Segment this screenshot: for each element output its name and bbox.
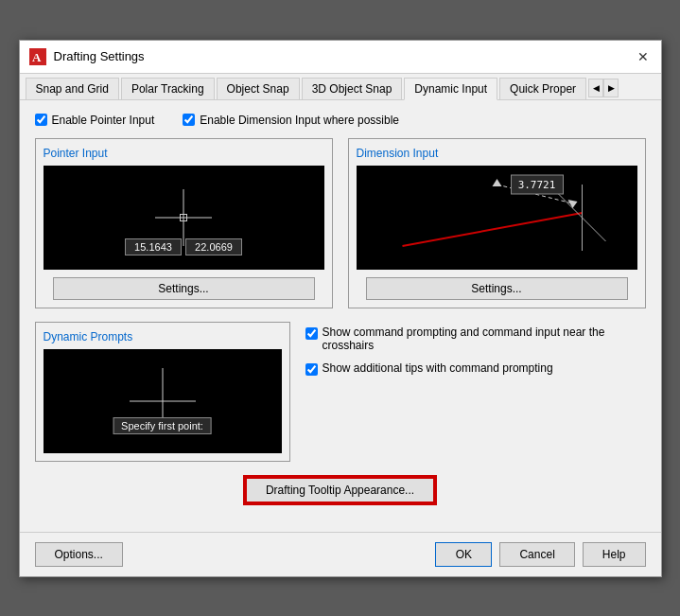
tab-quick-properties[interactable]: Quick Proper (499, 78, 586, 99)
dimension-svg: 3.7721 (357, 166, 637, 270)
tab-nav-left[interactable]: ◀ (588, 79, 603, 97)
dimension-input-panel: Dimension Input (348, 138, 646, 308)
dialog-title: Drafting Settings (54, 49, 145, 63)
autocad-icon: A (29, 48, 46, 65)
dynamic-prompts-options: Show command prompting and command input… (305, 322, 646, 462)
dynamic-prompts-label: Dynamic Prompts (44, 330, 282, 343)
x-input-preview: 15.1643 (125, 238, 182, 255)
dp-crosshair-h (130, 400, 196, 401)
close-button[interactable]: ✕ (635, 48, 652, 65)
tab-object-snap[interactable]: Object Snap (217, 78, 300, 99)
svg-text:3.7721: 3.7721 (517, 179, 555, 191)
y-input-preview: 22.0669 (185, 238, 242, 255)
dimension-input-settings-button[interactable]: Settings... (366, 277, 628, 300)
pointer-input-label: Pointer Input (44, 147, 324, 160)
coordinate-input-boxes: 15.1643 22.0669 (125, 238, 242, 255)
dimension-input-preview: 3.7721 (357, 166, 637, 270)
input-panels-row: Pointer Input 15.1643 22.0669 Settings..… (35, 138, 646, 308)
show-additional-tips-checkbox[interactable] (305, 363, 318, 376)
title-bar-left: A Drafting Settings (29, 48, 145, 65)
ok-button[interactable]: OK (435, 542, 492, 567)
tooltip-btn-row: Drafting Tooltip Appearance... (35, 477, 646, 503)
svg-line-2 (402, 213, 582, 246)
show-command-prompting-label[interactable]: Show command prompting and command input… (305, 326, 646, 352)
bottom-right-buttons: OK Cancel Help (435, 542, 645, 567)
drafting-tooltip-appearance-button[interactable]: Drafting Tooltip Appearance... (245, 477, 435, 503)
title-bar: A Drafting Settings ✕ (20, 41, 661, 74)
show-additional-tips-label[interactable]: Show additional tips with command prompt… (305, 361, 646, 376)
tab-snap-and-grid[interactable]: Snap and Grid (26, 78, 119, 99)
tab-dynamic-input[interactable]: Dynamic Input (404, 78, 497, 100)
tabs-bar: Snap and Grid Polar Tracking Object Snap… (20, 74, 661, 100)
help-button[interactable]: Help (583, 542, 646, 567)
enable-pointer-input-text: Enable Pointer Input (52, 114, 155, 127)
dialog-content: Enable Pointer Input Enable Dimension In… (20, 100, 661, 532)
dynamic-prompts-panel: Dynamic Prompts Specify first point: (35, 322, 290, 462)
enable-dimension-input-checkbox[interactable] (183, 114, 195, 126)
svg-marker-7 (492, 179, 501, 186)
tab-nav-right[interactable]: ▶ (603, 79, 619, 97)
enable-pointer-input-label[interactable]: Enable Pointer Input (35, 114, 155, 127)
dimension-input-label: Dimension Input (357, 147, 637, 160)
tab-polar-tracking[interactable]: Polar Tracking (121, 78, 215, 99)
svg-marker-6 (567, 200, 577, 208)
show-command-prompting-text: Show command prompting and command input… (323, 326, 646, 352)
svg-text:A: A (32, 50, 42, 64)
drafting-settings-dialog: A Drafting Settings ✕ Snap and Grid Pola… (19, 40, 662, 577)
dynamic-prompts-row: Dynamic Prompts Specify first point: Sho… (35, 322, 646, 462)
top-checkboxes: Enable Pointer Input Enable Dimension In… (35, 114, 646, 127)
show-command-prompting-checkbox[interactable] (305, 327, 318, 340)
bottom-bar: Options... OK Cancel Help (20, 532, 661, 576)
cancel-button[interactable]: Cancel (499, 542, 574, 567)
pointer-input-settings-button[interactable]: Settings... (53, 277, 315, 300)
options-button[interactable]: Options... (35, 542, 123, 567)
specify-first-point-label: Specify first point: (113, 417, 212, 434)
dynamic-prompts-preview: Specify first point: (44, 349, 282, 453)
pointer-input-panel: Pointer Input 15.1643 22.0669 Settings..… (35, 138, 333, 308)
cursor-box (180, 214, 187, 221)
tab-3d-object-snap[interactable]: 3D Object Snap (302, 78, 403, 99)
show-additional-tips-text: Show additional tips with command prompt… (323, 361, 553, 375)
enable-dimension-input-label[interactable]: Enable Dimension Input where possible (183, 114, 399, 127)
enable-pointer-input-checkbox[interactable] (35, 114, 47, 126)
pointer-input-preview: 15.1643 22.0669 (44, 166, 324, 270)
enable-dimension-input-text: Enable Dimension Input where possible (200, 114, 399, 127)
